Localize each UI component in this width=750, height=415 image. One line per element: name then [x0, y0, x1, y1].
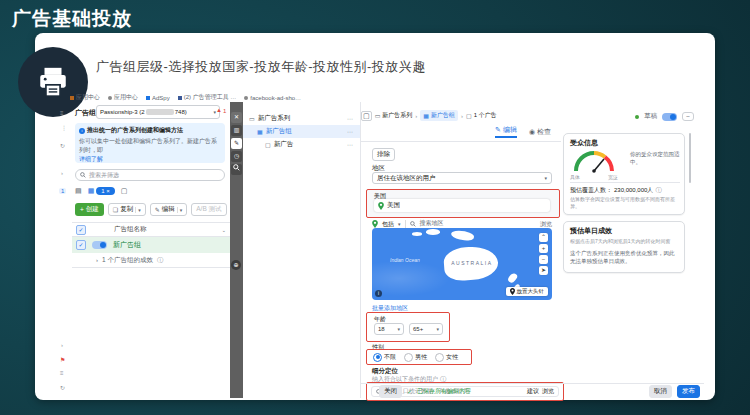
info-icon: ⓘ	[157, 256, 163, 265]
chevron-icon[interactable]: ›	[61, 170, 63, 176]
breadcrumb-adset[interactable]: ▦ 新广告组	[420, 110, 458, 121]
daily-results-card: 预估单日成效 根据点击后7天内和浏览后1天内的转化时间窗 这个广告系列正在使用竞…	[563, 221, 685, 273]
view-tabs: ▤ ▦ 1 × ▢	[75, 187, 127, 195]
select-all-checkbox[interactable]: ✓	[76, 225, 86, 235]
flag-icon[interactable]: ⚑	[60, 356, 65, 363]
menu-icon[interactable]: ≡	[60, 110, 64, 116]
bookmark-item[interactable]: 应用中心	[70, 93, 100, 102]
menu-icon[interactable]: ≡	[60, 370, 64, 376]
search-filter-input[interactable]: 搜索并筛选	[75, 169, 225, 181]
ads-manager-screenshot: 应用中心 应用中心 AdSpy (2) 广告管理工具 … facebook-ad…	[56, 90, 704, 398]
draft-toggle[interactable]	[662, 113, 677, 121]
audience-note: 你的受众设定范围适中。	[630, 150, 680, 167]
breadcrumb-ad[interactable]: ▢ 1 个广告	[466, 111, 497, 120]
pencil-icon[interactable]: ✎	[231, 138, 242, 149]
bookmark-item[interactable]: 应用中心	[108, 93, 138, 102]
ads-tab-icon[interactable]: ▢	[121, 187, 128, 195]
collapse-icon[interactable]: ⊕	[231, 260, 241, 270]
bookmark-item[interactable]: (2) 广告管理工具 …	[178, 93, 237, 102]
radio-icon	[404, 353, 413, 362]
warning-icon[interactable]: ▲	[216, 107, 222, 113]
bookmark-item[interactable]: facebook-ad-sho…	[244, 95, 301, 101]
duplicate-button[interactable]: ❏ 复制 ▾	[108, 203, 146, 216]
map-info-icon[interactable]: i	[375, 290, 382, 297]
adset-toggle[interactable]	[92, 241, 107, 249]
tab-review[interactable]: ◉ 检查	[529, 127, 551, 137]
close-button[interactable]: 关闭	[379, 385, 402, 398]
page-title: 广告基础投放	[12, 6, 132, 32]
tab-edit[interactable]: ✎ 编辑	[495, 125, 517, 138]
gender-option-female[interactable]: 女性	[435, 353, 458, 362]
cancel-button[interactable]: 取消	[649, 385, 672, 398]
daily-subtitle: 根据点击后7天内和浏览后1天内的转化时间窗	[570, 238, 678, 245]
chevron-down-icon[interactable]: ▾	[177, 207, 183, 213]
sidebar-collapse-icon[interactable]: ▢	[361, 111, 372, 121]
map-zoom-in-button[interactable]: +	[539, 244, 548, 253]
location-mode-select[interactable]: 居住在该地区的用户 ▾	[372, 172, 552, 184]
action-bar: + 创建 ❏ 复制 ▾ ✎ 编辑 ▾ A/B 测试	[75, 203, 227, 216]
daily-body: 这个广告系列正在使用竞价优化预算，因此无法单独预估单日成效。	[570, 249, 678, 266]
country-value: 美国	[387, 201, 400, 210]
notice-banner: i 推出统一的广告系列创建和编辑方法 你可以集中一处创建和编辑广告系列了。新建广…	[75, 123, 225, 163]
results-row[interactable]: › 1 个广告组的成效 ⓘ	[72, 253, 230, 268]
more-options-icon[interactable]: ⋯	[347, 128, 354, 135]
ab-test-button[interactable]: A/B 测试	[191, 203, 226, 216]
edit-button[interactable]: ✎ 编辑 ▾	[150, 203, 188, 216]
more-options-icon[interactable]: ⋯	[347, 115, 354, 122]
chevron-icon[interactable]: ›	[61, 342, 63, 348]
saved-status: 已保存所有编辑内容	[417, 387, 471, 396]
create-button[interactable]: + 创建	[75, 203, 104, 216]
adset-name[interactable]: 新广告组	[113, 240, 141, 250]
map-collapse-button[interactable]: ⌃	[539, 233, 548, 242]
daily-title: 预估单日成效	[570, 226, 678, 236]
more-options-icon[interactable]: ⋯	[347, 141, 354, 148]
clock-icon[interactable]: ◷	[231, 151, 242, 162]
refresh-icon[interactable]: ↻	[60, 384, 65, 391]
row-checkbox[interactable]: ✓	[76, 240, 86, 250]
tree-item-ad[interactable]: ▢ 新广告 ⋯	[243, 138, 360, 151]
tree-item-campaign[interactable]: ▭ 新广告系列 ⋯	[243, 112, 360, 125]
campaign-selector[interactable]: Passionship-3 (2 748) ▾	[96, 105, 220, 119]
left-nav-strip: ≡ ⋮ ↻ › 1 › ⚑ ≡ ↻	[56, 104, 71, 398]
breadcrumb-campaign[interactable]: ▭ 新广告系列	[375, 111, 413, 120]
map-continent-label: AUSTRALIA	[451, 260, 492, 266]
campaigns-tab-icon[interactable]: ▤	[75, 187, 82, 195]
close-icon[interactable]: ✕	[231, 112, 242, 123]
notice-link[interactable]: 详细了解	[79, 155, 221, 164]
country-input[interactable]: 美国	[374, 199, 550, 212]
age-min-select[interactable]: 18▾	[374, 323, 404, 335]
drop-pin-button[interactable]: 放置大头针	[506, 287, 549, 296]
adsets-tab-badge: 1 ×	[96, 187, 115, 195]
more-icon[interactable]: ⋮	[61, 124, 67, 131]
search-tool-icon[interactable]	[231, 164, 242, 175]
age-max-select[interactable]: 65+▾	[409, 323, 443, 335]
status-row: 草稿 −	[561, 112, 704, 121]
reach-value: 230,000,000人	[614, 186, 653, 195]
gender-option-male[interactable]: 男性	[404, 353, 427, 362]
map-locate-button[interactable]: ➤	[539, 266, 548, 275]
bookmark-item[interactable]: AdSpy	[146, 95, 170, 101]
table-row[interactable]: ✓ 新广告组	[72, 237, 230, 253]
sort-icon[interactable]: ⌄	[222, 227, 226, 233]
info-icon: i	[79, 128, 85, 134]
more-menu-button[interactable]: −	[682, 112, 694, 121]
gender-highlight: 不限 男性 女性	[366, 349, 472, 365]
radio-selected-icon	[373, 353, 382, 362]
adsets-tab[interactable]: ▦ 1 ×	[88, 187, 115, 195]
chevron-down-icon[interactable]: ▾	[135, 207, 141, 213]
grid-icon: ▦	[257, 128, 263, 135]
lesson-heading: 广告组层级-选择投放国家-投放年龄-投放性别-投放兴趣	[96, 58, 426, 76]
count-badge[interactable]: 1	[59, 188, 66, 194]
map-zoom-out-button[interactable]: −	[539, 255, 548, 264]
exclude-button[interactable]: 排除	[372, 148, 395, 161]
chart-icon[interactable]: ▥	[231, 125, 242, 136]
targeting-map[interactable]: Indian Ocean AUSTRALIA ⌃ + − ➤ 放置大头针 i	[372, 228, 552, 300]
editor-panel: ▢ ▭ 新广告系列 › ▦ 新广告组 › ▢ 1 个广告 ✎ 编辑 ◉	[361, 102, 561, 398]
publish-button[interactable]: 发布	[677, 385, 700, 398]
tree-item-adset[interactable]: ▦ 新广告组 ⋯	[243, 125, 360, 138]
refresh-icon[interactable]: ↻	[60, 142, 65, 149]
scrollbar[interactable]	[689, 133, 691, 183]
bookmarks-bar: 应用中心 应用中心 AdSpy (2) 广告管理工具 … facebook-ad…	[70, 93, 301, 102]
gender-option-any[interactable]: 不限	[373, 353, 396, 362]
column-name[interactable]: 广告组名称	[114, 225, 147, 234]
